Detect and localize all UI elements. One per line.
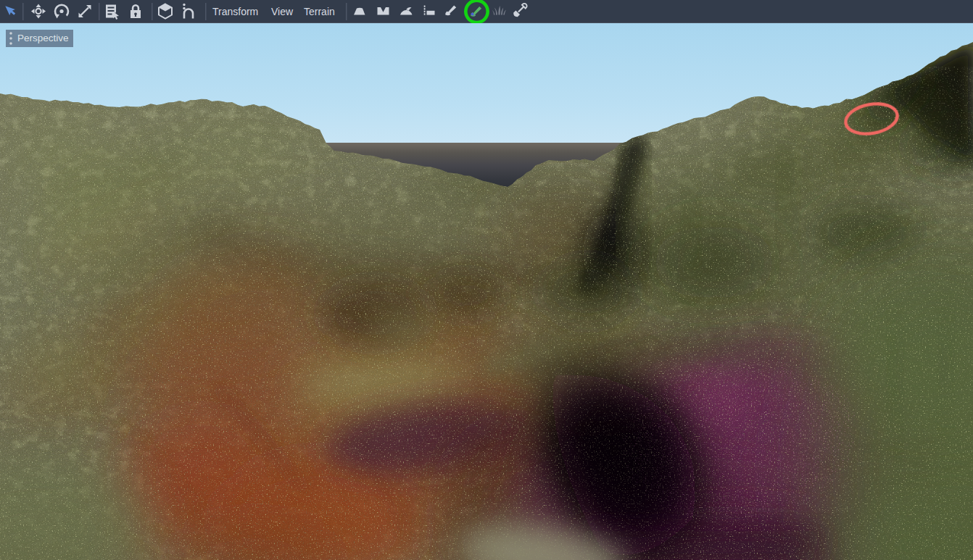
svg-text:View: View [271,6,294,17]
svg-text:Transform: Transform [212,6,258,17]
svg-text:Terrain: Terrain [304,6,335,17]
